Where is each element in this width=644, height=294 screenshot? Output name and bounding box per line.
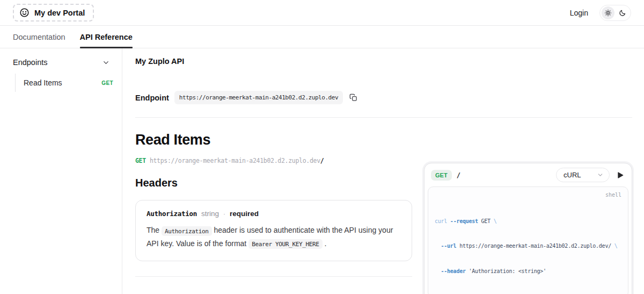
api-title: My Zuplo API bbox=[135, 57, 632, 66]
param-card-authorization: Authorization string · required The Auth… bbox=[135, 200, 412, 261]
param-type: string bbox=[201, 210, 219, 218]
request-path: / bbox=[457, 171, 460, 179]
code-line: curl --request GET \ bbox=[435, 217, 621, 226]
content-columns: Read Items GEThttps://orange-meerkat-mai… bbox=[135, 118, 632, 294]
inline-code-authorization: Authorization bbox=[162, 226, 212, 236]
portal-title: My dev Portal bbox=[34, 9, 85, 17]
endpoint-url-chip[interactable]: https://orange-meerkat-main-a241b02.d2.z… bbox=[174, 91, 343, 104]
curl-code-block[interactable]: shell curl --request GET \ --url https:/… bbox=[428, 187, 628, 294]
request-card: GET / cURL bbox=[424, 163, 632, 294]
endpoint-row: Endpoint https://orange-meerkat-main-a24… bbox=[135, 91, 632, 104]
dark-mode-button[interactable] bbox=[616, 6, 629, 19]
sidebar-item-label: Read Items bbox=[24, 78, 62, 87]
headers-section-title: Headers bbox=[135, 177, 412, 189]
param-required-label: required bbox=[230, 210, 259, 218]
operation-endpoint-line: GEThttps://orange-meerkat-main-a241b02.d… bbox=[135, 157, 412, 164]
light-mode-button[interactable] bbox=[602, 6, 614, 19]
page-layout: Endpoints Read Items GET My Zuplo API En… bbox=[0, 48, 644, 294]
sidebar: Endpoints Read Items GET bbox=[0, 48, 122, 294]
operation-method: GET bbox=[135, 157, 146, 164]
playground-column: GET / cURL bbox=[424, 163, 632, 294]
main-tabbar: Documentation API Reference bbox=[0, 26, 644, 48]
copy-endpoint-button[interactable] bbox=[348, 92, 358, 103]
smiley-icon bbox=[19, 8, 30, 18]
copy-icon bbox=[349, 94, 357, 102]
request-card-header: GET / cURL bbox=[425, 163, 632, 187]
method-badge: GET bbox=[101, 80, 113, 86]
code-language-label: shell bbox=[605, 191, 621, 199]
desc-text: The bbox=[147, 226, 159, 234]
code-line: --url https://orange-meerkat-main-a241b0… bbox=[435, 242, 621, 250]
inline-code-bearer: Bearer YOUR_KEY_HERE bbox=[248, 239, 322, 249]
portal-logo[interactable]: My dev Portal bbox=[13, 4, 94, 21]
theme-toggle bbox=[599, 5, 631, 21]
sidebar-items: Read Items GET bbox=[15, 74, 122, 92]
topbar: My dev Portal Login bbox=[0, 0, 644, 26]
tab-documentation[interactable]: Documentation bbox=[13, 26, 65, 48]
topbar-actions: Login bbox=[567, 5, 631, 21]
tab-api-reference[interactable]: API Reference bbox=[80, 26, 133, 48]
main-content: My Zuplo API Endpoint https://orange-mee… bbox=[122, 48, 644, 294]
sidebar-section-endpoints[interactable]: Endpoints bbox=[0, 58, 122, 67]
moon-icon bbox=[619, 9, 626, 17]
endpoint-label: Endpoint bbox=[135, 94, 169, 102]
operation-article: Read Items GEThttps://orange-meerkat-mai… bbox=[135, 118, 412, 294]
chevron-down-icon bbox=[597, 171, 604, 178]
language-select[interactable]: cURL bbox=[556, 168, 610, 182]
param-name: Authorization bbox=[147, 210, 197, 218]
sidebar-section-label: Endpoints bbox=[13, 58, 48, 67]
param-description: The Authorization header is used to auth… bbox=[147, 224, 401, 250]
code-line: --header 'Authorization: <string>' bbox=[435, 267, 621, 276]
operation-path: / bbox=[320, 157, 324, 164]
chevron-down-icon bbox=[102, 59, 110, 67]
article-divider bbox=[135, 276, 412, 277]
sidebar-item-read-items[interactable]: Read Items GET bbox=[16, 74, 122, 92]
param-separator: · bbox=[223, 210, 225, 218]
operation-base-url: https://orange-meerkat-main-a241b02.d2.z… bbox=[150, 157, 320, 164]
request-method-badge: GET bbox=[431, 170, 452, 181]
operation-title: Read Items bbox=[135, 132, 412, 148]
language-select-value: cURL bbox=[564, 171, 581, 179]
sun-icon bbox=[604, 9, 612, 17]
param-header: Authorization string · required bbox=[147, 210, 401, 218]
play-icon bbox=[616, 171, 625, 180]
run-request-button[interactable] bbox=[614, 170, 626, 181]
login-button[interactable]: Login bbox=[567, 8, 591, 18]
desc-text: . bbox=[324, 239, 326, 248]
